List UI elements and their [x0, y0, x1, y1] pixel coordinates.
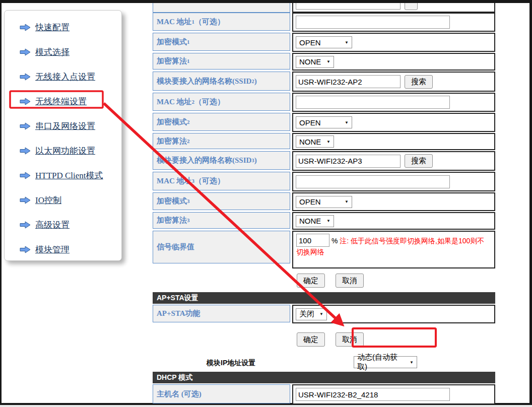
field-value-cell: NONE ▼: [292, 133, 495, 150]
field-value-cell: [292, 172, 495, 191]
encryption-algo2-select[interactable]: NONE ▼: [296, 135, 334, 148]
field-value-cell: 搜索: [292, 151, 495, 171]
field-label: [153, 3, 290, 13]
sidebar-item-io-control[interactable]: IO控制: [20, 188, 121, 213]
sidebar-item-mode-select[interactable]: 模式选择: [20, 40, 121, 64]
field-label: 模块要接入的网络名称(SSID2): [153, 72, 290, 91]
table-row: [153, 3, 495, 13]
table-row: 加密算法1 NONE ▼: [153, 53, 495, 71]
arrow-right-icon: [20, 246, 31, 253]
label-text: MAC 地址: [157, 97, 192, 107]
mac1-input[interactable]: [296, 16, 450, 29]
label-subscript: 1: [187, 58, 190, 64]
arrow-right-icon: [20, 122, 31, 130]
sidebar-item-quick-config[interactable]: 快速配置: [20, 15, 121, 40]
ssid2-input[interactable]: [296, 75, 401, 88]
field-value-cell: 搜索: [292, 72, 495, 92]
button-row: 确定 取消: [153, 274, 495, 288]
table-row: 加密模式2 OPEN ▼: [153, 113, 495, 132]
signal-threshold-input[interactable]: [296, 234, 329, 247]
arrow-right-icon: [20, 221, 31, 229]
label-subscript: 1: [187, 39, 190, 45]
ip-mode-select[interactable]: 动态(自动获取) ▼: [354, 356, 417, 368]
table-row: 主机名 (可选): [153, 384, 495, 404]
field-label: MAC 地址2（可选）: [153, 93, 290, 111]
table-row: 加密算法3 NONE ▼: [153, 212, 495, 230]
cancel-button[interactable]: 取消: [336, 274, 364, 288]
main-content: MAC 地址1（可选） 加密模式1 OPEN ▼ 加密算法1 NONE ▼: [153, 3, 495, 407]
sidebar-item-ap-settings[interactable]: 无线接入点设置: [20, 64, 121, 89]
sidebar-item-sta-settings[interactable]: 无线终端设置: [20, 89, 121, 114]
label-text: MAC 地址: [157, 176, 192, 186]
sidebar-item-ethernet[interactable]: 以太网功能设置: [20, 139, 121, 163]
label-suffix: （可选）: [194, 97, 225, 107]
hostname-input[interactable]: [296, 388, 450, 401]
arrow-right-icon: [20, 196, 31, 204]
sidebar-menu: 快速配置 模式选择 无线接入点设置 无线终端设置 串口及网络设置 以太网功能设置: [5, 11, 121, 262]
arrow-right-icon: [20, 98, 31, 105]
search-button[interactable]: 搜索: [405, 154, 433, 168]
search-button[interactable]: [405, 3, 418, 10]
ip-mode-label: 模块IP地址设置: [207, 359, 255, 368]
encryption-algo1-select[interactable]: NONE ▼: [296, 56, 334, 68]
arrow-right-icon: [20, 73, 31, 81]
window-border-left: [0, 0, 2, 405]
field-label: 加密算法3: [153, 212, 290, 229]
arrow-right-icon: [20, 48, 31, 56]
dhcp-section-header: DHCP 模式: [153, 372, 495, 383]
table-row: 信号临界值 % 注: 低于此信号强度即切换网络,如果是100则不切换网络: [153, 231, 495, 268]
label-suffix: （可选）: [194, 176, 225, 186]
sidebar-item-module-management[interactable]: 模块管理: [20, 237, 121, 262]
field-value-cell: OPEN ▼: [292, 113, 495, 132]
field-label: 加密模式2: [153, 113, 290, 131]
sidebar-item-label: HTTPD Client模式: [35, 170, 103, 181]
field-label: AP+STA功能: [153, 305, 290, 322]
select-value: OPEN: [299, 118, 321, 127]
field-value-cell: [292, 93, 495, 112]
table-row: 加密算法2 NONE ▼: [153, 133, 495, 150]
chevron-down-icon: ▼: [345, 120, 349, 125]
label-text: 信号临界值: [157, 242, 194, 252]
sidebar-item-uart-network[interactable]: 串口及网络设置: [20, 114, 121, 139]
field-value-cell: NONE ▼: [292, 53, 495, 71]
table-row: 模块要接入的网络名称(SSID3) 搜索: [153, 151, 495, 171]
sidebar-item-httpd-client[interactable]: HTTPD Client模式: [20, 163, 121, 188]
table-row: MAC 地址1（可选）: [153, 13, 495, 32]
browser-page: 快速配置 模式选择 无线接入点设置 无线终端设置 串口及网络设置 以太网功能设置: [0, 0, 532, 407]
chevron-down-icon: ▼: [345, 199, 349, 204]
ok-button[interactable]: 确定: [297, 332, 325, 347]
chevron-down-icon: ▼: [326, 140, 330, 144]
ip-mode-row: 模块IP地址设置 动态(自动获取) ▼: [153, 355, 495, 371]
mac3-input[interactable]: [296, 175, 450, 188]
apsta-function-select[interactable]: 关闭 ▼: [296, 308, 327, 320]
field-value-cell: [292, 384, 495, 404]
select-value: NONE: [299, 57, 321, 66]
encryption-mode2-select[interactable]: OPEN ▼: [296, 116, 352, 128]
field-label: 加密算法1: [153, 53, 290, 70]
label-text: 加密算法: [157, 56, 187, 66]
mac2-input[interactable]: [296, 96, 450, 109]
label-subscript: 2: [187, 139, 190, 144]
sidebar-item-label: 以太网功能设置: [35, 145, 95, 157]
table-row: 模块要接入的网络名称(SSID2) 搜索: [153, 72, 495, 92]
cancel-button[interactable]: 取消: [336, 332, 364, 347]
sidebar-item-advanced[interactable]: 高级设置: [20, 213, 121, 237]
table-row: AP+STA功能 关闭 ▼: [153, 305, 495, 323]
encryption-mode1-select[interactable]: OPEN ▼: [296, 36, 352, 48]
encryption-algo3-select[interactable]: NONE ▼: [296, 215, 334, 227]
label-text: 加密模式: [157, 117, 187, 127]
arrow-right-icon: [20, 147, 31, 155]
ok-button[interactable]: 确定: [297, 274, 325, 288]
ssid1-input[interactable]: [296, 3, 401, 10]
label-text: MAC 地址: [157, 17, 192, 27]
search-button[interactable]: 搜索: [405, 75, 433, 89]
chevron-down-icon: ▼: [410, 360, 414, 365]
encryption-mode3-select[interactable]: OPEN ▼: [296, 196, 352, 208]
select-value: NONE: [299, 217, 321, 225]
label-text: 加密算法: [157, 137, 187, 146]
ssid3-input[interactable]: [296, 155, 401, 168]
chevron-down-icon: ▼: [345, 40, 349, 45]
label-suffix: ): [254, 77, 257, 86]
field-label: MAC 地址1（可选）: [153, 13, 290, 31]
select-value: 动态(自动获取): [357, 353, 407, 372]
